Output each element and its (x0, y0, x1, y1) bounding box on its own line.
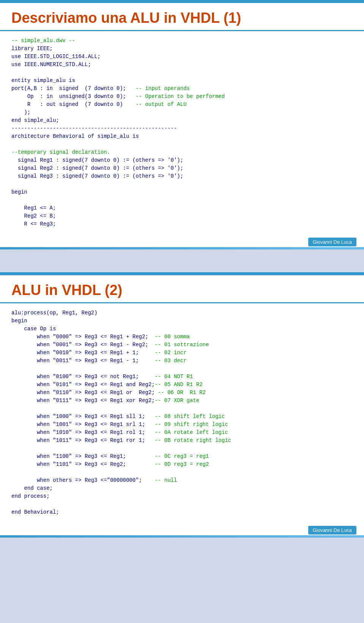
slide-2-code: alu:process(op, Reg1, Reg2) begin case O… (11, 309, 353, 516)
slide-2-title: ALU in VHDL (2) (11, 282, 122, 298)
bottom-bar-2 (0, 535, 364, 538)
slide-2-footer: Giovanni De Luca (308, 526, 356, 535)
slide-1: Descriviamo una ALU in VHDL (1) -- simpl… (0, 0, 364, 249)
slide-2-content: alu:process(op, Reg1, Reg2) begin case O… (0, 303, 364, 535)
slide-1-footer: Giovanni De Luca (308, 238, 356, 246)
slide-2: ALU in VHDL (2) alu:process(op, Reg1, Re… (0, 272, 364, 538)
bottom-bar-1 (0, 247, 364, 249)
slide-2-header: ALU in VHDL (2) (0, 275, 364, 303)
top-bar-1 (0, 0, 364, 3)
top-bar-2 (0, 272, 364, 275)
slide-1-content: -- simple_alu.dwv -- library IEEE; use I… (0, 31, 364, 247)
slide-1-code: -- simple_alu.dwv -- library IEEE; use I… (11, 37, 353, 228)
slide-1-header: Descriviamo una ALU in VHDL (1) (0, 3, 364, 31)
slide-1-title: Descriviamo una ALU in VHDL (1) (11, 10, 241, 26)
code-comment: -- simple_alu.dwv -- (11, 38, 75, 44)
separator (0, 249, 364, 272)
